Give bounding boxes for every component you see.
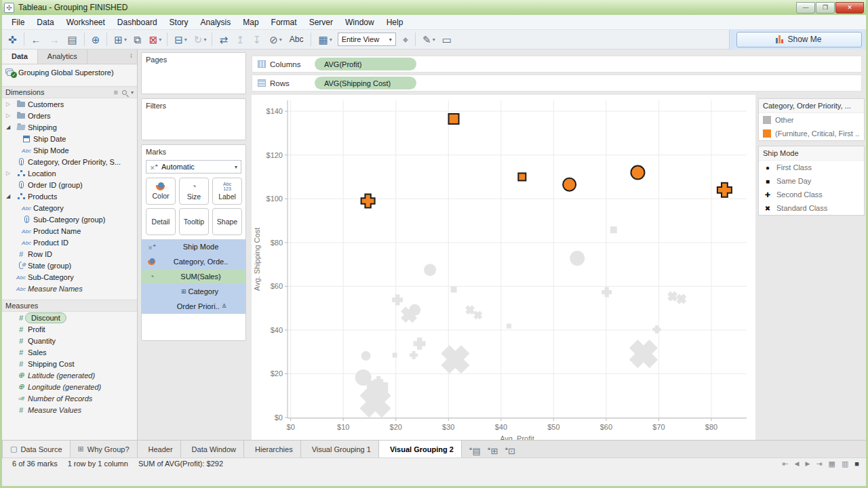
mark-circle[interactable] <box>570 251 585 266</box>
close-button[interactable]: ✕ <box>835 2 864 14</box>
mark-square[interactable] <box>610 226 617 233</box>
dropdown-caret-icon[interactable]: ▾ <box>124 37 130 43</box>
mark-plus[interactable] <box>717 183 732 197</box>
save-icon[interactable]: ▤ <box>64 30 81 49</box>
dimension-item[interactable]: ▷ Customers <box>2 98 137 110</box>
presentation-mode-icon[interactable]: ▭ <box>438 30 456 49</box>
menu-dashboard[interactable]: Dashboard <box>111 16 163 29</box>
detail-button[interactable]: Detail <box>146 208 176 235</box>
dimension-item[interactable]: Product Name <box>2 225 137 237</box>
marks-pill[interactable]: Category, Orde.. <box>160 256 241 268</box>
search-icon[interactable] <box>122 90 127 95</box>
dimension-item[interactable]: Category <box>2 202 137 214</box>
measure-item[interactable]: Shipping Cost <box>2 358 137 369</box>
new-dashboard-button[interactable]: +⊞ <box>486 445 500 458</box>
shape-button[interactable]: Shape <box>212 208 242 235</box>
show-mark-labels-icon[interactable]: Abc <box>285 35 309 44</box>
menu-data[interactable]: Data <box>31 16 60 29</box>
marks-pill[interactable]: SUM(Sales) <box>160 270 241 283</box>
mark-square[interactable] <box>507 324 511 329</box>
dimension-item[interactable]: Product ID <box>2 237 137 248</box>
shape-legend-title[interactable]: Ship Mode <box>759 146 864 161</box>
sheet-tab[interactable]: ▢ Data Source <box>2 441 71 458</box>
first-sheet-icon[interactable]: ⇤ <box>782 460 788 468</box>
marks-pill[interactable]: Ship Mode <box>160 241 241 253</box>
rows-shelf[interactable]: Rows AVG(Shipping Cost) <box>252 75 862 92</box>
measure-item[interactable]: Number of Records <box>2 392 137 404</box>
shape-legend-item[interactable]: ✖ Standard Class <box>759 201 864 215</box>
columns-pill[interactable]: AVG(Profit) <box>315 58 416 70</box>
measure-item[interactable]: Latitude (generated) <box>2 369 137 381</box>
rows-pill[interactable]: AVG(Shipping Cost) <box>315 77 416 89</box>
menu-file[interactable]: File <box>5 16 31 29</box>
dimension-item[interactable]: Row ID <box>2 248 137 260</box>
chevron-down-icon[interactable]: ▾ <box>131 89 134 96</box>
dimension-item[interactable]: Category, Order Priority, S... <box>2 156 137 167</box>
measure-item[interactable]: Quantity <box>2 335 137 346</box>
expander-icon[interactable]: ▷ <box>6 101 14 107</box>
menu-worksheet[interactable]: Worksheet <box>60 16 111 29</box>
dimension-item[interactable]: Ship Date <box>2 133 137 144</box>
mark-x[interactable] <box>623 333 663 373</box>
measure-item[interactable]: Discount <box>2 312 137 323</box>
measure-item[interactable]: Profit <box>2 323 137 335</box>
expander-icon[interactable]: ▷ <box>6 170 14 176</box>
filters-card[interactable]: Filters <box>141 98 246 140</box>
dropdown-caret-icon[interactable]: ▾ <box>433 37 438 43</box>
sheet-tab[interactable]: ⊞ Why Group? <box>71 441 138 458</box>
columns-shelf[interactable]: Columns AVG(Profit) <box>252 56 862 73</box>
mark-square[interactable] <box>451 287 457 293</box>
dimension-item[interactable]: Order ID (group) <box>2 179 137 190</box>
next-sheet-icon[interactable]: ▶ <box>805 460 810 467</box>
mark-square[interactable] <box>449 114 459 124</box>
new-story-button[interactable]: +⊡ <box>502 445 517 458</box>
dimension-item[interactable]: ◢ Shipping <box>2 121 137 133</box>
dropdown-caret-icon[interactable]: ▾ <box>203 37 209 43</box>
mark-plus[interactable] <box>392 294 403 305</box>
expander-icon[interactable]: ◢ <box>6 193 14 199</box>
measure-item[interactable]: Longitude (generated) <box>2 381 137 392</box>
mark-square[interactable] <box>393 353 397 358</box>
dimension-item[interactable]: ▷ Location <box>2 167 137 179</box>
mark-plus[interactable] <box>652 325 660 333</box>
dropdown-caret-icon[interactable]: ▾ <box>330 37 335 43</box>
mark-circle[interactable] <box>361 351 371 361</box>
dimension-item[interactable]: State (group) <box>2 260 137 271</box>
dimension-item[interactable]: ▷ Orders <box>2 110 137 121</box>
dimension-item[interactable]: ◢ Products <box>2 190 137 202</box>
color-legend-item[interactable]: Other <box>759 113 864 127</box>
tableau-logo-icon[interactable]: ✜ <box>4 30 21 49</box>
restore-button[interactable]: ❐ <box>816 2 835 14</box>
label-button[interactable]: Abc 123 Label <box>212 178 242 205</box>
redo-icon[interactable]: → <box>45 30 64 49</box>
new-worksheet-button[interactable]: +▤ <box>467 445 483 458</box>
size-button[interactable]: Size <box>179 178 209 205</box>
measure-item[interactable]: Sales <box>2 346 137 358</box>
menu-window[interactable]: Window <box>339 16 380 29</box>
shape-legend-item[interactable]: ● First Class <box>759 161 864 174</box>
shape-legend-item[interactable]: ✚ Second Class <box>759 188 864 201</box>
new-data-source-icon[interactable]: ⊕ <box>87 30 104 49</box>
sheet-tab[interactable]: Hierarchies <box>244 441 301 458</box>
dropdown-caret-icon[interactable]: ▾ <box>159 37 164 43</box>
menu-analysis[interactable]: Analysis <box>195 16 237 29</box>
dimension-item[interactable]: Sub-Category <box>2 271 137 283</box>
expander-icon[interactable]: ◢ <box>6 124 14 130</box>
marks-pill[interactable]: ⊞ Category <box>160 285 241 298</box>
color-button[interactable]: Color <box>146 178 176 205</box>
mark-circle[interactable] <box>424 264 436 276</box>
chart-svg[interactable]: $0$10$20$30$40$50$60$70$80$0$20$40$60$80… <box>252 95 755 449</box>
undo-icon[interactable]: ← <box>27 30 45 49</box>
tab-data[interactable]: Data <box>2 49 38 64</box>
duplicate-sheet-icon[interactable]: ⧉ <box>130 30 145 49</box>
view-list-icon[interactable]: ≡ <box>114 88 118 96</box>
scatter-plot[interactable]: $0$10$20$30$40$50$60$70$80$0$20$40$60$80… <box>252 95 755 449</box>
mark-circle[interactable] <box>631 166 644 180</box>
mark-circle[interactable] <box>563 178 576 191</box>
shape-legend-item[interactable]: ■ Same Day <box>759 174 864 188</box>
dimension-item[interactable]: Measure Names <box>2 283 137 294</box>
menu-map[interactable]: Map <box>237 16 264 29</box>
expand-icon[interactable]: ⊞ <box>181 288 186 295</box>
datasource-row[interactable]: ✓ Grouping Global Superstore) <box>2 64 137 81</box>
menu-format[interactable]: Format <box>265 16 303 29</box>
